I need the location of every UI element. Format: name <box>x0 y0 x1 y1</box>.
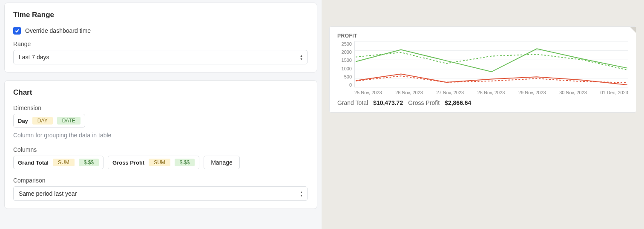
range-select-value: Last 7 days <box>19 54 49 61</box>
column-chip-name: Grand Total <box>18 159 49 166</box>
comparison-label: Comparison <box>13 177 308 184</box>
chart-plot <box>354 41 628 87</box>
total-label: Gross Profit <box>408 99 440 106</box>
chart-title: PROFIT <box>337 33 628 39</box>
select-chevron-icon: ▲▼ <box>300 54 303 61</box>
card-corner-fold-icon <box>630 27 636 33</box>
override-dashboard-time-checkbox[interactable] <box>13 27 21 35</box>
chart-area: 25002000150010005000 <box>337 41 628 87</box>
y-tick: 500 <box>344 74 352 79</box>
range-select[interactable]: Last 7 days ▲▼ <box>13 50 308 64</box>
comparison-select[interactable]: Same period last year ▲▼ <box>13 186 308 201</box>
total-label: Grand Total <box>337 99 368 106</box>
chart-totals: Grand Total $10,473.72 Gross Profit $2,8… <box>337 99 628 106</box>
dimension-chip-name: Day <box>18 118 28 124</box>
column-chip-grand-total[interactable]: Grand Total SUM $.$$ <box>13 156 104 169</box>
y-tick: 0 <box>349 82 352 87</box>
dimension-tag-day: DAY <box>32 117 53 125</box>
y-tick: 1500 <box>342 58 352 63</box>
y-axis: 25002000150010005000 <box>337 41 354 87</box>
chart-series-line <box>356 49 627 72</box>
total-value: $10,473.72 <box>373 99 403 106</box>
dimension-label: Dimension <box>13 104 308 111</box>
chart-settings-title: Chart <box>13 88 308 97</box>
column-chip-name: Gross Profit <box>112 159 144 166</box>
x-tick: 27 Nov, 2023 <box>437 90 464 95</box>
comparison-select-value: Same period last year <box>19 190 77 197</box>
chart-svg <box>355 41 628 87</box>
x-axis: 25 Nov, 202326 Nov, 202327 Nov, 202328 N… <box>354 90 628 95</box>
chart-series-line <box>356 74 627 84</box>
override-dashboard-time-label: Override dashboard time <box>25 27 91 34</box>
x-tick: 01 Dec, 2023 <box>601 90 628 95</box>
x-tick: 28 Nov, 2023 <box>477 90 505 95</box>
x-tick: 29 Nov, 2023 <box>518 90 546 95</box>
profit-chart-card: PROFIT 25002000150010005000 25 Nov, 2023… <box>329 26 636 113</box>
time-range-card: Time Range Override dashboard time Range… <box>4 3 317 72</box>
x-tick: 25 Nov, 2023 <box>354 90 382 95</box>
column-chip-gross-profit[interactable]: Gross Profit SUM $.$$ <box>108 156 199 169</box>
dimension-help: Column for grouping the data in table <box>13 132 308 139</box>
check-icon <box>14 28 20 33</box>
chart-series-line <box>356 52 627 70</box>
x-tick: 26 Nov, 2023 <box>395 90 423 95</box>
range-label: Range <box>13 41 308 47</box>
y-tick: 1000 <box>342 66 352 71</box>
dimension-chip-day[interactable]: Day DAY DATE <box>13 114 85 128</box>
y-tick: 2500 <box>342 41 352 46</box>
columns-label: Columns <box>13 146 308 153</box>
dimension-tag-date: DATE <box>57 117 80 125</box>
total-value: $2,866.64 <box>445 99 471 106</box>
y-tick: 2000 <box>342 49 352 55</box>
column-tag-currency: $.$$ <box>79 159 99 166</box>
chart-settings-card: Chart Dimension Day DAY DATE Column for … <box>4 80 317 209</box>
time-range-title: Time Range <box>13 11 308 19</box>
x-tick: 30 Nov, 2023 <box>559 90 587 95</box>
column-tag-sum: SUM <box>149 159 170 166</box>
column-tag-currency: $.$$ <box>175 159 195 166</box>
select-chevron-icon: ▲▼ <box>300 191 303 197</box>
column-tag-sum: SUM <box>53 159 75 166</box>
manage-columns-button[interactable]: Manage <box>204 156 240 169</box>
